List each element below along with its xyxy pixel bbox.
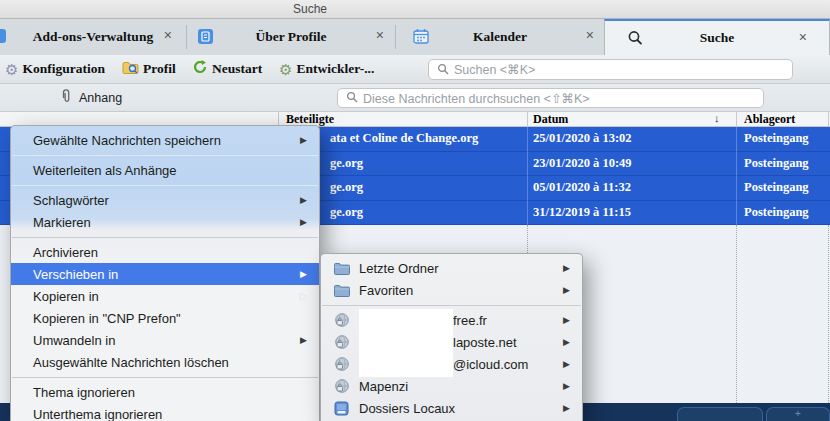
local-folders-icon	[334, 400, 351, 416]
submenu-arrow-icon: ▶	[563, 338, 570, 347]
message-context-menu: Gewählte Nachrichten speichern ▶ Weiterl…	[10, 125, 320, 421]
neustart-button[interactable]: Neustart	[192, 55, 262, 83]
menu-item-convert-to[interactable]: Umwandeln in ▶	[11, 329, 319, 351]
move-to-submenu: Letzte Ordner ▶ Favoriten ▶ free.fr ▶ la…	[320, 253, 583, 421]
menu-item-forward-as-attachments[interactable]: Weiterleiten als Anhänge	[11, 159, 319, 181]
main-toolbar: ⚙ Konfiguration Profil Neustart ⚙ Entwic…	[0, 55, 830, 84]
menu-item-delete-selected[interactable]: Ausgewählte Nachrichten löschen	[11, 351, 319, 373]
bottombar-button[interactable]: +	[766, 407, 830, 421]
menu-separator	[11, 373, 319, 381]
menu-separator	[11, 151, 319, 159]
close-icon[interactable]: ×	[799, 30, 807, 44]
menu-item-ignore-thread[interactable]: Thema ignorieren	[11, 381, 319, 403]
dev-gear-icon: ⚙	[279, 62, 292, 77]
submenu-arrow-icon: ▶	[300, 218, 307, 227]
submenu-item-dossiers-locaux[interactable]: Dossiers Locaux ▶	[321, 397, 582, 419]
menu-item-tags[interactable]: Schlagwörter ▶	[11, 189, 319, 211]
tab-label: Über Profile	[255, 29, 326, 45]
submenu-arrow-icon: ▶	[300, 136, 307, 145]
submenu-item-favoriten[interactable]: Favoriten ▶	[321, 279, 582, 301]
search-icon	[346, 89, 358, 107]
submenu-item-account-mapenzi[interactable]: Mapenzi ▶	[321, 375, 582, 397]
submenu-arrow-icon: ▶	[300, 270, 307, 279]
submenu-arrow-icon: ▶	[563, 360, 570, 369]
menu-item-move-to[interactable]: Verschieben in ▶	[11, 263, 319, 285]
calendar-icon	[413, 28, 429, 48]
tab-ueber-profile[interactable]: Über Profile ×	[187, 19, 395, 55]
menu-separator	[11, 181, 319, 189]
tab-addons-verwaltung[interactable]: Add-ons-Verwaltung ×	[0, 19, 186, 55]
search-icon	[626, 29, 644, 51]
menu-item-ignore-subthread[interactable]: Unterthema ignorieren	[11, 403, 319, 421]
paperclip-icon	[60, 88, 72, 108]
menu-item-save-selected[interactable]: Gewählte Nachrichten speichern ▶	[11, 129, 319, 151]
about-page-icon	[198, 29, 213, 48]
titlebar: Suche	[0, 0, 830, 19]
restart-icon	[192, 59, 208, 79]
submenu-item-letzte-ordner[interactable]: Letzte Ordner ▶	[321, 257, 582, 279]
close-icon[interactable]: ×	[376, 28, 384, 42]
submenu-arrow-icon: ▶	[300, 336, 307, 345]
message-search-input[interactable]: Diese Nachrichten durchsuchen <⇧⌘K>	[337, 88, 764, 108]
tab-label: Kalender	[473, 29, 527, 45]
search-placeholder: Diese Nachrichten durchsuchen <⇧⌘K>	[363, 91, 590, 106]
search-placeholder: Suchen <⌘K>	[454, 62, 535, 77]
bottombar-button[interactable]	[677, 407, 763, 421]
tab-label: Add-ons-Verwaltung	[33, 29, 153, 45]
folder-icon	[334, 282, 351, 298]
column-header-ablageort[interactable]: Ablageort	[744, 112, 795, 127]
folder-search-icon	[122, 60, 139, 79]
sort-desc-icon[interactable]: ↓	[714, 112, 720, 124]
global-search-input[interactable]: Suchen <⌘K>	[428, 59, 793, 80]
folder-icon	[334, 260, 351, 276]
submenu-arrow-icon: ▶	[563, 286, 570, 295]
tab-kalender[interactable]: Kalender ×	[396, 19, 604, 55]
attachment-filter-button[interactable]: Anhang	[60, 89, 122, 107]
menu-item-mark[interactable]: Markieren ▶	[11, 211, 319, 233]
menu-separator	[11, 233, 319, 241]
submenu-arrow-icon: ▶	[300, 196, 307, 205]
redaction-box	[359, 309, 453, 377]
submenu-arrow-icon: ▶	[563, 264, 570, 273]
menu-item-copy-to-cnp-prefon[interactable]: Kopieren in "CNP Prefon"	[11, 307, 319, 329]
profil-button[interactable]: Profil	[122, 55, 176, 83]
gear-icon: ⚙	[5, 62, 18, 77]
konfiguration-button[interactable]: ⚙ Konfiguration	[5, 55, 105, 83]
submenu-arrow-icon: ▶	[300, 292, 307, 301]
menu-item-archive[interactable]: Archivieren	[11, 241, 319, 263]
submenu-arrow-icon: ▶	[563, 404, 570, 413]
window-title: Suche	[0, 2, 620, 16]
close-icon[interactable]: ×	[586, 28, 594, 42]
tab-label: Suche	[700, 30, 735, 46]
menu-item-copy-to[interactable]: Kopieren in ▶	[11, 285, 319, 307]
account-globe-icon	[334, 356, 351, 372]
thunderbird-search-window: Suche Add-ons-Verwaltung × Über Profile …	[0, 0, 830, 421]
submenu-arrow-icon: ▶	[563, 316, 570, 325]
account-globe-icon	[334, 312, 351, 328]
search-icon	[437, 61, 449, 79]
account-globe-icon	[334, 378, 351, 394]
entwickler-button[interactable]: ⚙ Entwickler-...	[279, 55, 374, 83]
search-filter-bar: Anhang Diese Nachrichten durchsuchen <⇧⌘…	[0, 84, 830, 112]
tab-suche-active[interactable]: Suche ×	[604, 19, 830, 55]
submenu-arrow-icon: ▶	[563, 382, 570, 391]
tab-bar: Add-ons-Verwaltung × Über Profile × Kale…	[0, 19, 830, 55]
account-globe-icon	[334, 334, 351, 350]
column-header-datum[interactable]: Datum	[533, 112, 568, 127]
close-icon[interactable]: ×	[164, 28, 172, 42]
menu-separator	[321, 301, 582, 309]
